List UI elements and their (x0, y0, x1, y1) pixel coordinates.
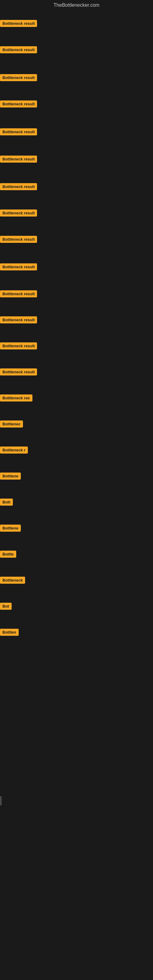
list-item: Bottleneck result (0, 288, 37, 305)
list-item: Bottle (0, 548, 16, 565)
bottleneck-badge[interactable]: Bottlene (0, 525, 21, 531)
list-item: Bottlen (0, 626, 19, 643)
list-item: Bottlenec (0, 418, 23, 435)
bottleneck-badge[interactable]: Bottleneck (0, 577, 25, 584)
list-item: Bottleneck res (0, 392, 32, 409)
list-item: Bottleneck result (0, 366, 37, 383)
list-item: Bottleneck result (0, 181, 37, 197)
bottleneck-badge[interactable]: Bottleneck result (0, 236, 37, 243)
list-item: Bot (0, 600, 12, 617)
list-item: Bottleneck result (0, 207, 37, 224)
bottleneck-badge[interactable]: Bottleneck result (0, 317, 37, 323)
page-wrapper: TheBottlenecker.com Bottleneck resultBot… (0, 0, 153, 12)
bottleneck-badge[interactable]: Bottleneck result (0, 156, 37, 162)
list-item: Bottleneck result (0, 44, 37, 60)
bottleneck-badge[interactable]: Bottleneck result (0, 290, 37, 298)
bottleneck-badge[interactable]: Bot (0, 603, 12, 610)
bottleneck-badge[interactable]: Bottleneck res (0, 395, 32, 401)
bottleneck-badge[interactable]: Bottlen (0, 629, 19, 636)
list-item: Bottleneck result (0, 153, 37, 170)
bottleneck-badge[interactable]: Bottleneck r (0, 447, 28, 453)
list-item: Bottleneck result (0, 314, 37, 331)
list-item: Bottleneck result (0, 340, 37, 357)
bottleneck-badge[interactable]: Bottleneck result (0, 128, 37, 135)
bottleneck-badge[interactable]: Bottle (0, 550, 16, 558)
bottleneck-badge[interactable]: Bottleneck result (0, 342, 37, 350)
list-item: Bottleneck result (0, 233, 37, 250)
list-item: Bottlene (0, 522, 21, 539)
list-item: Bottleneck result (0, 18, 37, 34)
site-title: TheBottlenecker.com (0, 0, 153, 12)
list-item: Bottleneck result (0, 72, 37, 89)
cursor-line (1, 796, 1, 805)
list-item: Bottlene (0, 470, 21, 487)
bottleneck-badge[interactable]: Bottleneck result (0, 183, 37, 190)
bottleneck-badge[interactable]: Bott (0, 499, 13, 506)
bottleneck-badge[interactable]: Bottleneck result (0, 368, 37, 375)
bottleneck-badge[interactable]: Bottleneck result (0, 263, 37, 270)
list-item: Bottleneck result (0, 261, 37, 278)
bottleneck-badge[interactable]: Bottlene (0, 473, 21, 480)
bottleneck-badge[interactable]: Bottleneck result (0, 100, 37, 108)
bottleneck-badge[interactable]: Bottleneck result (0, 46, 37, 53)
list-item: Bottleneck (0, 574, 25, 591)
bottleneck-badge[interactable]: Bottleneck result (0, 210, 37, 216)
bottleneck-badge[interactable]: Bottleneck result (0, 74, 37, 81)
bottleneck-badge[interactable]: Bottlenec (0, 420, 23, 428)
list-item: Bottleneck r (0, 444, 28, 461)
bottleneck-badge[interactable]: Bottleneck result (0, 20, 37, 27)
list-item: Bott (0, 496, 13, 513)
list-item: Bottleneck result (0, 126, 37, 143)
list-item: Bottleneck result (0, 98, 37, 115)
